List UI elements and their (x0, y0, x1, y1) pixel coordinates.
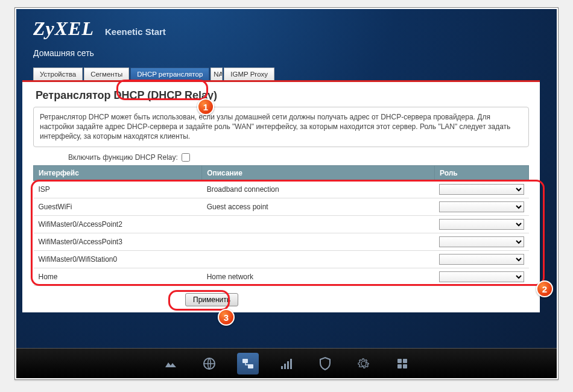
page-title: Ретранслятор DHCP (DHCP Relay) (36, 89, 529, 102)
cell-interface: GuestWiFi (34, 198, 202, 215)
svg-rect-8 (403, 359, 407, 363)
svg-rect-4 (284, 364, 286, 369)
bottom-dock (16, 348, 557, 378)
app-root: ZyXEL Keenetic Start Домашняя сеть Устро… (16, 9, 557, 378)
svg-rect-7 (397, 359, 402, 363)
cell-interface: WifiMaster0/AccessPoint2 (34, 215, 202, 233)
cell-description (202, 233, 435, 250)
cell-description: Broadband connection (202, 180, 435, 198)
table-row: WifiMaster0/WifiStation0 (34, 250, 529, 268)
table-row: GuestWiFiGuest access point (34, 198, 529, 215)
svg-rect-10 (403, 364, 407, 368)
brand: ZyXEL Keenetic Start (33, 17, 540, 40)
role-select[interactable] (439, 254, 524, 265)
cell-description (202, 215, 435, 233)
dock-globe-icon[interactable] (198, 353, 220, 375)
logo: ZyXEL (33, 17, 94, 40)
description-box: Ретранслятор DHCP может быть использован… (33, 107, 529, 147)
tab-devices[interactable]: Устройства (33, 68, 83, 80)
tab-nat[interactable]: NAT (211, 68, 223, 80)
table-row: ISPBroadband connection (34, 180, 529, 198)
svg-rect-5 (287, 361, 289, 369)
dock-gear-icon[interactable] (353, 353, 375, 375)
cell-interface: WifiMaster0/AccessPoint3 (34, 233, 202, 250)
cell-role (434, 233, 528, 250)
col-role: Роль (434, 165, 528, 180)
cell-description (202, 250, 435, 268)
dock-apps-icon[interactable] (391, 353, 413, 375)
table-row: WifiMaster0/AccessPoint2 (34, 215, 529, 233)
header: ZyXEL Keenetic Start Домашняя сеть (16, 9, 557, 62)
col-interface: Интерфейс (34, 165, 202, 180)
role-select[interactable] (439, 201, 524, 212)
role-select[interactable] (439, 184, 524, 195)
cell-interface: WifiMaster0/WifiStation0 (34, 250, 202, 268)
browser-frame: ZyXEL Keenetic Start Домашняя сеть Устро… (14, 7, 559, 380)
role-select[interactable] (439, 271, 524, 282)
cell-description: Guest access point (202, 198, 435, 215)
dock-signal-icon[interactable] (276, 353, 297, 375)
section-title: Домашняя сеть (33, 48, 540, 58)
tab-igmp-proxy[interactable]: IGMP Proxy (224, 68, 274, 80)
cell-description: Home network (202, 268, 435, 285)
svg-rect-6 (290, 359, 292, 369)
tab-bar: Устройства Сегменты DHCP ретранслятор NA… (33, 68, 557, 80)
table-row: WifiMaster0/AccessPoint3 (34, 233, 529, 250)
svg-rect-1 (242, 359, 248, 363)
cell-role (434, 198, 528, 215)
tab-dhcp-relay[interactable]: DHCP ретранслятор (130, 68, 209, 80)
dock-shield-icon[interactable] (314, 353, 336, 375)
interfaces-table: Интерфейс Описание Роль ISPBroadband con… (33, 165, 529, 286)
role-select[interactable] (439, 219, 524, 230)
cell-role (434, 250, 528, 268)
enable-relay-checkbox[interactable] (182, 153, 190, 162)
dock-network-icon[interactable] (237, 353, 259, 375)
role-select[interactable] (439, 236, 524, 247)
cell-interface: Home (34, 268, 202, 285)
cell-interface: ISP (34, 180, 202, 198)
dock-monitor-icon[interactable] (160, 353, 182, 375)
svg-rect-9 (397, 364, 402, 368)
apply-button[interactable]: Применить (185, 293, 238, 306)
col-description: Описание (202, 165, 435, 180)
enable-relay-label: Включить функцию DHCP Relay: (68, 153, 178, 162)
model-name: Keenetic Start (105, 27, 166, 37)
tab-segments[interactable]: Сегменты (84, 68, 129, 80)
svg-rect-3 (281, 366, 283, 369)
table-row: HomeHome network (34, 268, 529, 285)
cell-role (434, 215, 528, 233)
content-panel: Ретранслятор DHCP (DHCP Relay) Ретрансля… (22, 82, 540, 312)
cell-role (434, 180, 528, 198)
enable-relay-row: Включить функцию DHCP Relay: (68, 153, 529, 162)
cell-role (434, 268, 528, 285)
